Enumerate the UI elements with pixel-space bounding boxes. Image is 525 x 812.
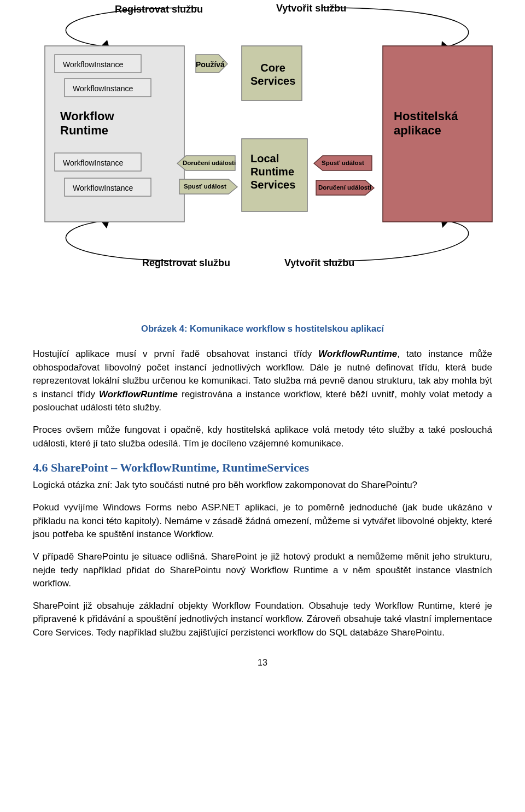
top-create-label: Vytvořit službu [276,1,346,15]
paragraph-6: SharePoint již obsahuje základní objekty… [33,599,492,640]
local-runtime-services-box: Local Runtime Services [250,152,295,191]
paragraph-5: V případě SharePointu je situace odlišná… [33,550,492,591]
p1-em-b: WorkflowRuntime [318,349,397,359]
uses-arrow-label: Používá [196,59,225,70]
paragraph-4: Pokud vyvíjíme Windows Forms nebo ASP.NE… [33,501,492,542]
workflowinstance-2: WorkflowInstance [73,83,133,94]
figure-caption: Obrázek 4: Komunikace workflow s hostite… [33,322,492,336]
bottom-create-label: Vytvořit službu [284,256,354,270]
delivery-event-right: Doručení události [318,183,371,192]
paragraph-1: Hostující aplikace musí v první řadě obs… [33,348,492,415]
top-register-label: Registrovat službu [115,2,203,16]
paragraph-3: Logická otázka zní: Jak tyto součásti nu… [33,479,492,492]
svg-marker-2 [101,221,109,228]
page-number: 13 [33,656,492,669]
bottom-register-label: Registrovat službu [142,256,230,270]
p1-em-d: WorkflowRuntime [99,389,178,399]
workflowinstance-4: WorkflowInstance [73,183,133,193]
svg-marker-0 [101,40,109,46]
workflow-diagram: Registrovat službu Vytvořit službu Workf… [33,0,492,306]
p1-text-a: Hostující aplikace musí v první řadě obs… [33,349,318,359]
section-heading: 4.6 SharePoint – WorkflowRuntime, Runtim… [33,459,492,476]
workflow-runtime-title: Workflow Runtime [60,109,114,138]
delivery-event-left: Doručení události [183,158,236,168]
host-app-box: Hostitelská aplikace [394,109,458,138]
fire-event-left: Spusť událost [184,182,226,191]
core-services-box: Core Services [250,61,295,87]
workflowinstance-3: WorkflowInstance [63,157,123,168]
paragraph-2: Proces ovšem může fungovat i opačně, kdy… [33,423,492,450]
fire-event-right: Spusť událost [322,158,364,168]
workflowinstance-1: WorkflowInstance [63,59,123,70]
